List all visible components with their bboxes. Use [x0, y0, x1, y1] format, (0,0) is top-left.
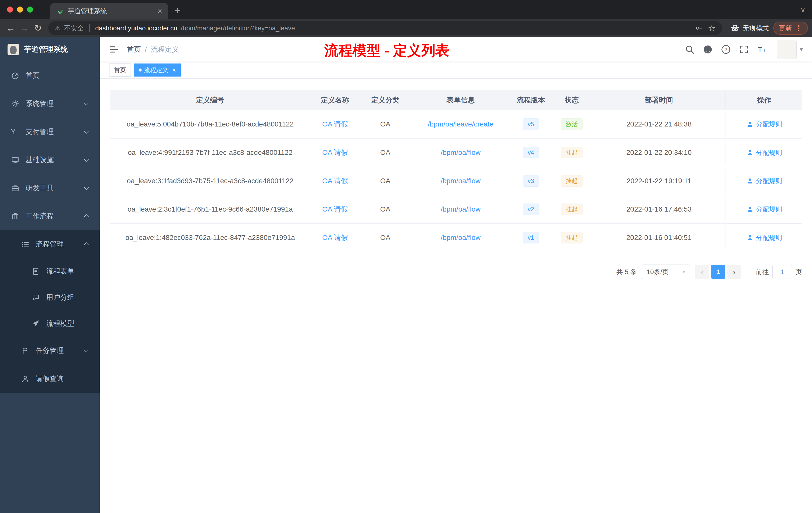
assign-rule-link[interactable]: 分配规则	[747, 120, 782, 129]
browser-tab[interactable]: 芋道管理系统 ×	[50, 3, 168, 19]
page-number-button[interactable]: 1	[711, 265, 725, 279]
assign-rule-label: 分配规则	[756, 148, 782, 157]
sidebar-item-process-form[interactable]: 流程表单	[0, 258, 100, 284]
status-tag: 挂起	[561, 147, 582, 159]
new-tab-button[interactable]: +	[174, 5, 181, 16]
address-bar[interactable]: ⚠ 不安全 dashboard.yudao.iocoder.cn /bpm/ma…	[48, 21, 722, 35]
tag-close-icon[interactable]: ×	[172, 67, 176, 73]
chevron-up-icon	[84, 242, 89, 247]
column-header-version: 流程版本	[510, 90, 552, 110]
tag-home[interactable]: 首页	[109, 63, 131, 77]
font-size-icon[interactable]: TT	[757, 44, 767, 55]
close-window-button[interactable]	[7, 6, 13, 12]
form-link[interactable]: /bpm/oa/flow	[441, 177, 481, 185]
goto-page-input[interactable]	[772, 265, 792, 279]
reload-button[interactable]: ↻	[31, 23, 45, 33]
form-link[interactable]: /bpm/oa/flow	[441, 234, 481, 242]
version-tag: v3	[523, 175, 539, 187]
sidebar-item-dev-tools[interactable]: 研发工具	[0, 174, 100, 202]
caret-down-icon: ▾	[683, 269, 685, 275]
sidebar-item-user-group[interactable]: 用户分组	[0, 284, 100, 310]
column-header-status: 状态	[552, 90, 592, 110]
tab-search-chevron-icon[interactable]: ∨	[801, 6, 806, 14]
sidebar-item-leave-query[interactable]: 请假查询	[0, 365, 100, 393]
paper-plane-icon	[32, 320, 43, 328]
tag-process-definition[interactable]: 流程定义 ×	[134, 63, 181, 77]
status-tag: 挂起	[561, 204, 582, 215]
svg-text:T: T	[763, 48, 765, 53]
sidebar-item-home[interactable]: 首页	[0, 61, 100, 90]
zoom-window-button[interactable]	[27, 6, 33, 12]
definition-name-link[interactable]: OA 请假	[322, 205, 348, 214]
chrome-update-button[interactable]: 更新 ⋮	[773, 22, 808, 35]
app-logo	[7, 44, 19, 55]
page-size-select[interactable]: 10条/页 ▾	[642, 265, 690, 279]
assign-rule-label: 分配规则	[756, 177, 782, 185]
next-page-button[interactable]: ›	[727, 265, 741, 279]
sidebar-item-workflow[interactable]: 工作流程	[0, 202, 100, 230]
github-icon[interactable]	[703, 44, 713, 55]
chevron-down-icon	[84, 157, 89, 162]
definition-name-link[interactable]: OA 请假	[322, 233, 348, 242]
chevron-down-icon	[84, 100, 89, 105]
cell-deploy-time: 2022-01-22 20:34:10	[592, 139, 726, 167]
prev-page-button[interactable]: ‹	[695, 265, 709, 279]
chevron-down-icon	[84, 348, 89, 352]
column-header-category: 定义分类	[359, 90, 411, 110]
sidebar-item-process-management[interactable]: 流程管理	[0, 230, 100, 258]
briefcase-icon	[11, 212, 23, 220]
assign-rule-label: 分配规则	[756, 233, 782, 242]
forward-button[interactable]: →	[18, 23, 31, 33]
key-icon[interactable]	[695, 24, 703, 32]
minimize-window-button[interactable]	[17, 6, 23, 12]
sidebar-item-process-model[interactable]: 流程模型	[0, 310, 100, 337]
definition-table: 定义编号 定义名称 定义分类 表单信息 流程版本 状态 部署时间 操作 oa_l…	[110, 90, 802, 252]
cell-definition-id: oa_leave:5:004b710b-7b8a-11ec-8ef0-acde4…	[110, 110, 311, 138]
assign-rule-link[interactable]: 分配规则	[747, 177, 782, 185]
incognito-label: 无痕模式	[743, 24, 769, 33]
breadcrumb-home[interactable]: 首页	[127, 45, 141, 54]
active-tag-dot	[139, 68, 142, 71]
svg-text:?: ?	[724, 47, 727, 52]
table-row: oa_leave:4:991f2193-7b7f-11ec-a3c8-acde4…	[110, 139, 802, 167]
form-link[interactable]: /bpm/oa/flow	[441, 205, 481, 213]
bookmark-star-icon[interactable]: ☆	[708, 23, 716, 33]
fullscreen-icon[interactable]	[739, 44, 749, 55]
cell-category: OA	[359, 110, 411, 138]
back-button[interactable]: ←	[4, 23, 18, 33]
help-icon[interactable]: ?	[721, 44, 731, 55]
tab-close-icon[interactable]: ×	[157, 7, 162, 15]
user-menu[interactable]: ▾	[777, 40, 803, 59]
sidebar-item-label: 基础设施	[26, 155, 54, 164]
cell-definition-id: oa_leave:1:482ec033-762a-11ec-8477-a2380…	[110, 223, 311, 252]
definition-name-link[interactable]: OA 请假	[322, 148, 348, 157]
sidebar-item-label: 系统管理	[26, 99, 54, 109]
search-icon[interactable]	[685, 44, 695, 55]
sidebar-item-system[interactable]: 系统管理	[0, 90, 100, 118]
chevron-down-icon	[84, 185, 89, 190]
browser-menu-icon[interactable]: ⋮	[795, 24, 803, 33]
assign-rule-link[interactable]: 分配规则	[747, 205, 782, 214]
avatar[interactable]	[777, 40, 797, 59]
cell-deploy-time: 2022-01-16 01:40:51	[592, 223, 726, 252]
incognito-icon	[730, 23, 740, 33]
page-content: 定义编号 定义名称 定义分类 表单信息 流程版本 状态 部署时间 操作 oa_l…	[100, 79, 812, 513]
assign-rule-link[interactable]: 分配规则	[747, 233, 782, 242]
sidebar-item-infrastructure[interactable]: 基础设施	[0, 146, 100, 174]
cell-deploy-time: 2022-01-22 19:19:11	[592, 167, 726, 195]
app-logo-row: 芋道管理系统	[0, 37, 100, 61]
assign-rule-link[interactable]: 分配规则	[747, 148, 782, 157]
sidebar-item-task-management[interactable]: 任务管理	[0, 337, 100, 365]
sidebar-item-payment[interactable]: ¥ 支付管理	[0, 118, 100, 146]
update-label: 更新	[779, 24, 792, 33]
definition-name-link[interactable]: OA 请假	[322, 119, 348, 129]
hamburger-icon[interactable]	[109, 44, 119, 55]
form-link[interactable]: /bpm/oa/leave/create	[428, 120, 494, 128]
goto-label: 前往	[756, 268, 769, 276]
cell-category: OA	[359, 167, 411, 195]
user-icon	[747, 149, 754, 156]
url-path: /bpm/manager/definition?key=oa_leave	[181, 24, 692, 32]
definition-name-link[interactable]: OA 请假	[322, 176, 348, 186]
breadcrumb-current: 流程定义	[151, 45, 179, 54]
form-link[interactable]: /bpm/oa/flow	[441, 149, 481, 157]
